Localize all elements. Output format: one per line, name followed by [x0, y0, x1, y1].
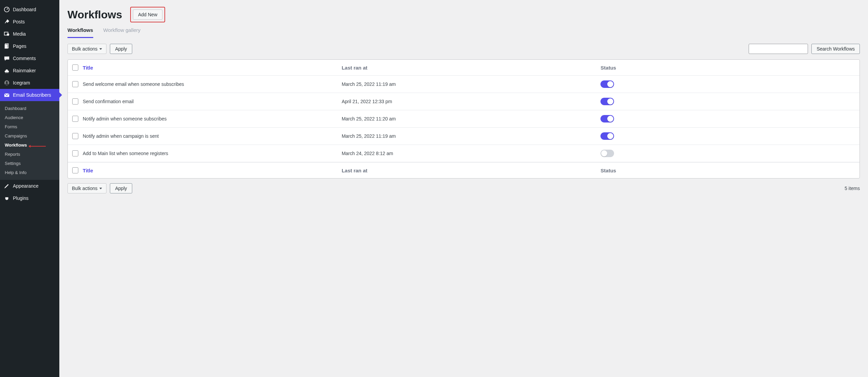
sidebar-label: Icegram: [13, 80, 30, 86]
row-title[interactable]: Send confirmation email: [83, 99, 342, 104]
th-status-bottom: Status: [600, 168, 860, 173]
row-checkbox[interactable]: [72, 81, 78, 87]
row-title[interactable]: Add to Main list when someone registers: [83, 151, 342, 156]
sidebar-item-appearance[interactable]: Appearance: [0, 180, 59, 192]
items-count: 5 items: [845, 186, 860, 191]
submenu-help[interactable]: Help & Info: [0, 168, 59, 177]
page-header: Workflows Add New: [67, 7, 860, 22]
row-date: April 21, 2022 12:33 pm: [342, 99, 601, 104]
status-toggle[interactable]: [600, 132, 614, 140]
sidebar-item-comments[interactable]: Comments: [0, 52, 59, 64]
svg-rect-4: [5, 44, 8, 49]
add-new-button[interactable]: Add New: [133, 10, 162, 20]
svg-point-2: [7, 33, 9, 36]
submenu-workflows[interactable]: Workflows: [0, 140, 59, 150]
row-date: March 25, 2022 11:20 am: [342, 116, 601, 121]
row-checkbox[interactable]: [72, 116, 78, 122]
tabs: Workflows Workflow gallery: [67, 27, 860, 38]
th-last-ran: Last ran at: [342, 65, 601, 71]
comment-icon: [3, 55, 10, 62]
brush-icon: [3, 183, 10, 189]
submenu-reports[interactable]: Reports: [0, 150, 59, 159]
sidebar-item-pages[interactable]: Pages: [0, 40, 59, 52]
th-title[interactable]: Title: [83, 65, 342, 71]
email-icon: [3, 92, 10, 98]
sidebar-label: Dashboard: [13, 7, 36, 12]
th-last-ran-bottom: Last ran at: [342, 168, 601, 173]
search-input[interactable]: [749, 44, 808, 54]
sidebar-label: Posts: [13, 19, 25, 24]
row-date: March 25, 2022 11:19 am: [342, 81, 601, 87]
dashboard-icon: [3, 6, 10, 13]
sidebar-label: Pages: [13, 43, 26, 49]
media-icon: [3, 31, 10, 37]
main-content: Workflows Add New Workflows Workflow gal…: [59, 0, 868, 377]
apply-button-top[interactable]: Apply: [110, 44, 132, 54]
select-all-checkbox[interactable]: [72, 64, 78, 71]
table-row: Notify admin when campaign is sent March…: [68, 128, 860, 145]
submenu-forms[interactable]: Forms: [0, 122, 59, 131]
chevron-down-icon: [99, 48, 102, 50]
toolbar-bottom: Bulk actions Apply 5 items: [67, 183, 860, 193]
sidebar-item-dashboard[interactable]: Dashboard: [0, 3, 59, 16]
row-title[interactable]: Notify admin when campaign is sent: [83, 133, 342, 139]
row-title[interactable]: Send welcome email when someone subscrib…: [83, 81, 342, 87]
sidebar-item-posts[interactable]: Posts: [0, 16, 59, 28]
row-title[interactable]: Notify admin when someone subscribes: [83, 116, 342, 121]
page-icon: [3, 43, 10, 50]
cloud-icon: [3, 67, 10, 74]
bulk-actions-select[interactable]: Bulk actions: [67, 44, 106, 54]
add-new-highlight: Add New: [130, 7, 165, 22]
user-icon: [3, 79, 10, 86]
search-button[interactable]: Search Workflows: [811, 44, 860, 54]
apply-button-bottom[interactable]: Apply: [110, 183, 132, 193]
sidebar-label: Comments: [13, 56, 36, 61]
table-row: Send welcome email when someone subscrib…: [68, 76, 860, 93]
status-toggle[interactable]: [600, 150, 614, 157]
row-checkbox[interactable]: [72, 98, 78, 105]
submenu-dashboard[interactable]: Dashboard: [0, 104, 59, 113]
table-row: Send confirmation email April 21, 2022 1…: [68, 93, 860, 110]
sidebar-item-rainmaker[interactable]: Rainmaker: [0, 64, 59, 77]
status-toggle[interactable]: [600, 115, 614, 122]
sidebar-label: Plugins: [13, 195, 28, 201]
submenu-campaigns[interactable]: Campaigns: [0, 131, 59, 140]
submenu: Dashboard Audience Forms Campaigns Workf…: [0, 101, 59, 180]
th-title-bottom[interactable]: Title: [83, 168, 342, 173]
table-row: Notify admin when someone subscribes Mar…: [68, 110, 860, 128]
sidebar: Dashboard Posts Media Pages Comments Rai…: [0, 0, 59, 377]
select-all-checkbox-bottom[interactable]: [72, 167, 78, 173]
toolbar-top: Bulk actions Apply Search Workflows: [67, 44, 860, 54]
sidebar-item-email-subscribers[interactable]: Email Subscribers: [0, 89, 59, 101]
status-toggle[interactable]: [600, 98, 614, 105]
tab-workflows[interactable]: Workflows: [67, 27, 93, 38]
sidebar-item-media[interactable]: Media: [0, 28, 59, 40]
row-checkbox[interactable]: [72, 133, 78, 139]
submenu-settings[interactable]: Settings: [0, 159, 59, 168]
status-toggle[interactable]: [600, 80, 614, 88]
sidebar-label: Appearance: [13, 183, 39, 189]
th-status: Status: [600, 65, 860, 71]
plug-icon: [3, 195, 10, 202]
pin-icon: [3, 18, 10, 25]
sidebar-label: Rainmaker: [13, 68, 36, 73]
sidebar-item-icegram[interactable]: Icegram: [0, 77, 59, 89]
table-header: Title Last ran at Status: [68, 60, 860, 76]
row-checkbox[interactable]: [72, 150, 78, 156]
sidebar-item-plugins[interactable]: Plugins: [0, 192, 59, 204]
workflows-table: Title Last ran at Status Send welcome em…: [67, 59, 860, 178]
table-row: Add to Main list when someone registers …: [68, 145, 860, 162]
row-date: March 25, 2022 11:19 am: [342, 133, 601, 139]
chevron-down-icon: [99, 188, 102, 189]
bulk-actions-select-bottom[interactable]: Bulk actions: [67, 183, 106, 193]
sidebar-label: Email Subscribers: [13, 92, 51, 98]
page-title: Workflows: [67, 8, 122, 21]
submenu-audience[interactable]: Audience: [0, 113, 59, 122]
row-date: March 24, 2022 8:12 am: [342, 151, 601, 156]
sidebar-label: Media: [13, 31, 26, 37]
arrow-indicator-icon: [31, 143, 46, 148]
svg-point-9: [6, 81, 7, 83]
tab-workflow-gallery[interactable]: Workflow gallery: [103, 27, 141, 38]
table-footer: Title Last ran at Status: [68, 162, 860, 178]
